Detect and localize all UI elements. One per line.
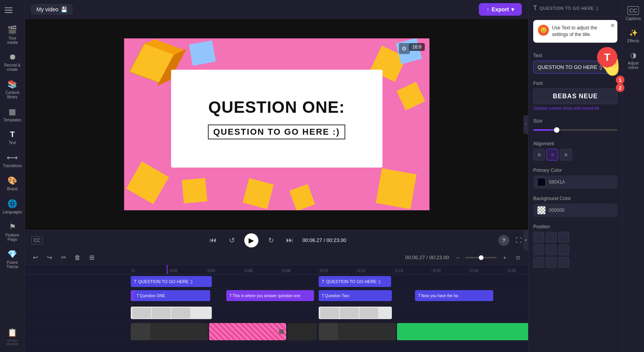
play-pause-button[interactable]: ▶ (244, 233, 258, 247)
pos-bot-left[interactable] (533, 257, 544, 268)
media-clip-dark-1[interactable] (131, 323, 208, 340)
sidebar-item-languages[interactable]: 🌐 Languages (2, 196, 23, 217)
fluent-theme-icon: 💎 (7, 249, 17, 259)
white-clip-2[interactable] (319, 307, 392, 319)
text-icon: T (10, 130, 14, 139)
rewind-button[interactable]: ↺ (225, 234, 238, 247)
help-button[interactable]: ? (498, 235, 509, 246)
effects-panel-button[interactable]: ✨ Effects (624, 25, 643, 46)
media-clip-pink[interactable] (209, 323, 286, 340)
align-right-button[interactable]: ≡ (560, 149, 572, 161)
ruler-mark: 0:02 (168, 269, 206, 274)
playhead[interactable] (167, 265, 168, 274)
sidebar-item-fluent-theme[interactable]: 💎 Fluent Theme (2, 246, 23, 272)
font-display[interactable]: BEBAS NEUE (533, 88, 617, 104)
sidebar-item-content-library[interactable]: 📚 Content library (2, 76, 23, 102)
media-clip-green[interactable] (397, 323, 528, 340)
captions-panel-button[interactable]: CC Captions (624, 3, 643, 24)
pos-top-right[interactable] (558, 232, 569, 243)
skip-forward-button[interactable]: ⏭ (283, 234, 296, 247)
canvas-settings-button[interactable]: ⚙ (399, 43, 410, 54)
ruler-mark: 0:18 (469, 269, 507, 274)
align-left-button[interactable]: ≡ (533, 149, 545, 161)
clip-question-2[interactable]: T QUESTION TO GO HERE :) (319, 276, 391, 287)
font-link[interactable]: Upload custom fonts with brand kit (533, 106, 599, 110)
adjust-colors-icon: ◑ (630, 51, 637, 60)
background-color-section: Background Color 000000 (529, 196, 622, 220)
size-thumb (554, 127, 559, 133)
ruler-mark: 0:16 (431, 269, 469, 274)
size-slider[interactable] (533, 126, 617, 134)
add-to-timeline-button[interactable]: ⊞ (86, 252, 97, 263)
size-track (533, 129, 617, 131)
fit-to-screen-button[interactable]: ⊡ (512, 252, 523, 263)
pos-mid-center[interactable] (546, 244, 557, 255)
sidebar-item-your-media[interactable]: 🎬 Your media (2, 22, 23, 48)
delete-button[interactable]: 🗑 (72, 252, 83, 263)
alignment-label: Alignment (533, 141, 617, 146)
track-content-3 (131, 304, 528, 321)
clip-question-1[interactable]: T QUESTION TO GO HERE :) (131, 276, 212, 287)
topbar: My video 💾 ↑ Export ▾ (25, 0, 528, 19)
t-icon-6: T (322, 294, 324, 298)
ruler-mark: 0:08 (281, 269, 319, 274)
ruler-mark: 0:14 (394, 269, 431, 274)
sidebar-item-transitions[interactable]: ⟷ Transitions (2, 150, 23, 171)
cut-button[interactable]: ✂ (58, 252, 69, 263)
text-input[interactable] (533, 61, 617, 74)
zoom-out-button[interactable]: − (452, 252, 463, 263)
aspect-ratio-badge: 16:9 (409, 43, 424, 51)
clip-answer[interactable]: T This is where you answer question one (226, 290, 314, 301)
adjust-colors-panel-button[interactable]: ◑ Adjust colors (624, 48, 643, 73)
fullscreen-button[interactable]: ⛶ (516, 237, 522, 244)
redo-button[interactable]: ↪ (44, 252, 55, 263)
pos-top-center[interactable] (546, 232, 557, 243)
timeline: ↩ ↪ ✂ 🗑 ⊞ 00:06.27 / 00:23.00 − + ⊡ 0 0:… (25, 250, 528, 352)
panel-bottom-expand[interactable]: ▾ (523, 230, 528, 250)
undo-button[interactable]: ↩ (30, 252, 41, 263)
t-icon-4: T (137, 294, 139, 298)
pos-mid-left[interactable] (533, 244, 544, 255)
align-center-button[interactable]: ≡ (547, 149, 558, 161)
clip-now-you[interactable]: T Now you have the ha (415, 290, 493, 301)
sidebar-item-templates[interactable]: ▦ Templates (2, 104, 23, 125)
transitions-icon: ⟷ (7, 153, 18, 162)
timeline-time-display: 00:06.27 / 00:23.00 (405, 255, 449, 260)
skip-back-button[interactable]: ⏮ (207, 234, 219, 247)
position-section: Position (529, 224, 622, 271)
background-color-picker[interactable]: 000000 (533, 204, 617, 217)
record-create-icon: ⏺ (9, 52, 16, 61)
t-icon-5: T (229, 294, 232, 298)
export-button[interactable]: ↑ Export ▾ (479, 3, 522, 16)
media-clip-dark-3[interactable] (319, 323, 396, 340)
zoom-controls: − + ⊡ (452, 252, 523, 263)
panel-expand-handle[interactable]: ‹ (523, 115, 528, 134)
primary-color-picker[interactable]: 08041A (533, 175, 617, 189)
zoom-slider[interactable] (465, 257, 497, 258)
clip-question-one[interactable]: T Question ONE (133, 290, 210, 301)
zoom-in-button[interactable]: + (499, 252, 510, 263)
sidebar-item-brand[interactable]: 🎨 Brand (2, 173, 23, 194)
hamburger-menu[interactable] (5, 3, 20, 17)
sidebar-item-text[interactable]: T Text (2, 127, 23, 148)
forward-button[interactable]: ↻ (265, 234, 277, 247)
white-clip-1[interactable] (131, 307, 212, 319)
left-sidebar: 🎬 Your media ⏺ Record & create 📚 Content… (0, 0, 25, 352)
export-icon: ↑ (487, 6, 489, 13)
captions-button[interactable]: CC (31, 236, 43, 244)
media-clip-dark-2[interactable] (287, 323, 317, 340)
timeline-tracks: T QUESTION TO GO HERE :) T QUESTION TO G… (25, 274, 528, 352)
clip-question-two[interactable]: T Question Two: (319, 290, 392, 301)
pos-top-left[interactable] (533, 232, 544, 243)
sidebar-item-record-create[interactable]: ⏺ Record & create (2, 49, 23, 75)
video-title[interactable]: My video 💾 (31, 4, 72, 14)
size-section: Size (529, 118, 622, 137)
tooltip-close-button[interactable]: ✕ (610, 22, 615, 29)
feature-flags-icon: ⚑ (9, 222, 16, 231)
pos-bot-right[interactable] (558, 257, 569, 268)
pos-bot-center[interactable] (546, 257, 557, 268)
sidebar-item-feature-flags[interactable]: ⚑ Feature Flags (2, 219, 23, 245)
tooltip-text: Use Text to adjust the settings of the t… (552, 25, 613, 38)
right-panel: T QUESTION TO GO HERE :) 😊 Use Text to a… (528, 0, 622, 352)
pos-mid-right[interactable] (558, 244, 569, 255)
